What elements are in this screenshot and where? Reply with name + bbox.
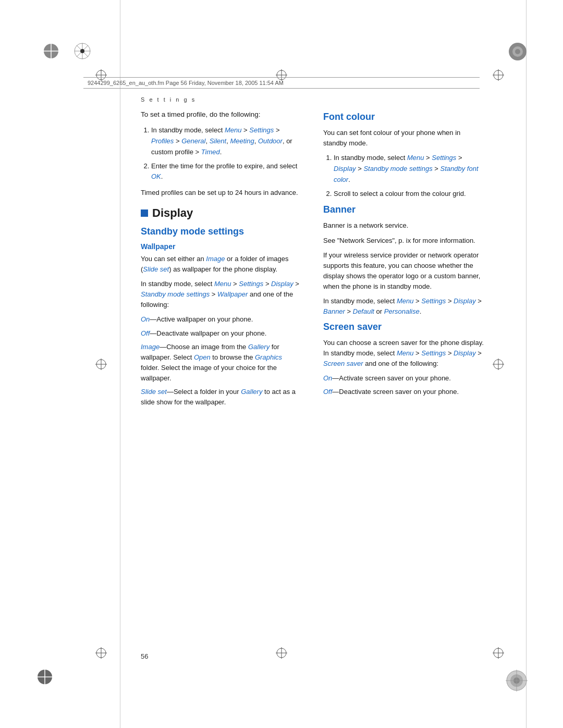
fc-display-link: Display [334,165,356,172]
wallpaper-option-on: On—Active wallpaper on your phone. [141,314,302,325]
ok-link: OK [151,172,161,180]
ss-on-term: On [323,374,332,382]
meeting-link: Meeting [230,137,254,145]
left-column: To set a timed profile, do the following… [141,109,302,411]
page-number: 56 [141,652,148,660]
slide-set-link: Slide set [143,265,169,273]
fc-standby-link: Standby mode settings [363,165,432,172]
font-colour-list-item-2: Scroll to select a colour from the colou… [334,189,485,200]
list-item: Enter the time for the profile to expire… [151,161,302,183]
reg-mark-br [506,670,528,692]
svg-point-11 [515,49,520,54]
wallpaper-intro-text: You can set either an Image or a folder … [141,254,302,275]
slide-set-term: Slide set [141,388,167,396]
banner-instruction: In standby mode, select Menu > Settings … [323,296,485,317]
banner-display-link: Display [454,297,476,305]
open-link: Open [194,353,211,361]
font-colour-list-item-1: In standby mode, select Menu > Settings … [334,153,485,185]
ss-screen-saver-link: Screen saver [323,360,363,367]
header-bar: 9244299_6265_en_au_oth.fm Page 56 Friday… [83,77,480,89]
wallpaper-option-slide: Slide set—Select a folder in your Galler… [141,387,302,408]
screen-saver-heading: Screen saver [323,322,485,332]
section-label: S e t t i n g s [141,96,196,103]
reg-cross-tr [493,69,504,81]
list-item: In standby mode, select Menu > Settings … [151,125,302,157]
wallpaper-settings-link: Settings [239,280,263,288]
trim-line-right [526,0,527,728]
display-heading: Display [141,206,302,220]
menu-link: Menu [225,126,242,134]
banner-text2: See "Network Services", p. ix for more i… [323,236,485,246]
image-link: Image [206,255,225,263]
reg-mark-tl [42,42,60,60]
screen-saver-option-off: Off—Deactivate screen saver on your phon… [323,387,485,397]
trim-line-left [120,0,120,728]
reg-mark-bl [35,668,54,686]
outdoor-link: Outdoor [258,137,283,145]
fc-menu-link: Menu [407,154,424,162]
wallpaper-option-off: Off—Deactivate wallpaper on your phone. [141,328,302,339]
standby-mode-heading: Standby mode settings [141,226,302,237]
timed-link: Timed [201,148,220,156]
banner-menu-link: Menu [397,297,414,305]
banner-banner-link: Banner [323,307,345,315]
wallpaper-menu-link: Menu [214,280,231,288]
two-column-layout: To set a timed profile, do the following… [141,109,511,411]
page: 9244299_6265_en_au_oth.fm Page 56 Friday… [0,0,563,728]
banner-personalise-link: Personalise [384,307,420,315]
ss-menu-link: Menu [397,349,414,357]
fc-settings-link: Settings [432,154,456,162]
screen-saver-option-on: On—Activate screen saver on your phone. [323,373,485,384]
banner-text3: If your wireless service provider or net… [323,250,485,292]
image-term: Image [141,343,160,351]
ss-settings-link: Settings [421,349,446,357]
font-colour-heading: Font colour [323,112,485,122]
ss-off-term: Off [323,388,332,396]
wallpaper-standby-link: Standby mode settings [141,290,210,298]
content-area: To set a timed profile, do the following… [141,109,511,624]
timed-profile-note: Timed profiles can be set up to 24 hours… [141,188,302,198]
settings-link: Settings [249,126,274,134]
header-text: 9244299_6265_en_au_oth.fm Page 56 Friday… [88,80,284,86]
reg-mark-tr [508,42,528,61]
general-link: General [181,137,205,145]
font-colour-list: In standby mode, select Menu > Settings … [334,153,485,199]
banner-heading: Banner [323,204,485,215]
reg-cross-ml [95,359,107,370]
font-colour-intro: You can set font colour of your phone wh… [323,128,485,149]
svg-point-43 [80,49,84,53]
wallpaper-instruction-text: In standby mode, select Menu > Settings … [141,279,302,310]
timed-profile-list: In standby mode, select Menu > Settings … [151,125,302,182]
blue-square-icon [141,209,148,217]
graphics-link: Graphics [255,353,282,361]
off-term: Off [141,329,150,337]
banner-settings-link: Settings [421,297,446,305]
display-heading-text: Display [152,206,193,220]
gallery-link1: Gallery [248,343,270,351]
profiles-link: Profiles [151,137,174,145]
timed-profile-intro: To set a timed profile, do the following… [141,109,302,120]
ss-display-link: Display [454,349,476,357]
banner-default-link: Default [353,307,374,315]
reg-cross-bl [95,647,107,659]
sunburst-tl [73,42,92,60]
screen-saver-intro: You can choose a screen saver for the ph… [323,338,485,369]
wallpaper-wallpaper-link: Wallpaper [217,290,248,298]
wallpaper-display-link: Display [271,280,293,288]
on-term: On [141,315,150,323]
gallery-link2: Gallery [241,388,262,396]
wallpaper-heading: Wallpaper [141,242,302,251]
reg-cross-br [493,647,504,659]
silent-link: Silent [210,137,227,145]
banner-text1: Banner is a network service. [323,220,485,231]
reg-cross-bc [276,647,287,659]
right-column: Font colour You can set font colour of y… [323,109,485,411]
wallpaper-option-image: Image—Choose an image from the Gallery f… [141,342,302,384]
